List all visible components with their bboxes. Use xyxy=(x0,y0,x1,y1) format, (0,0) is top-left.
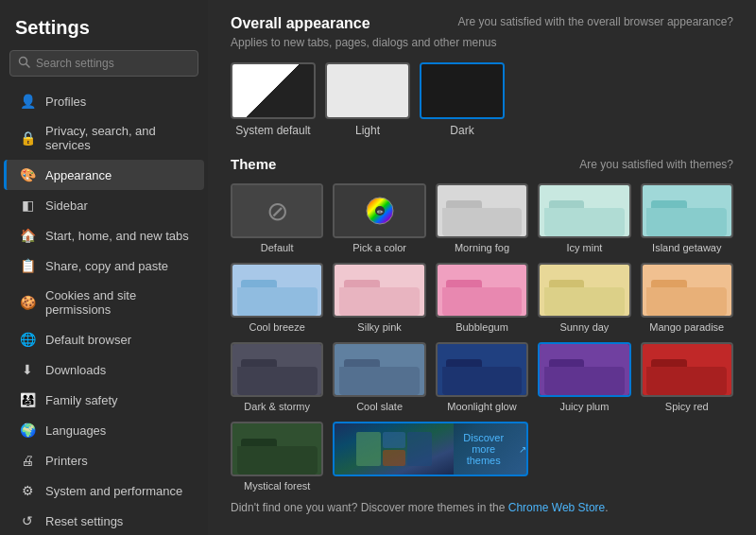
theme-moonlight-glow-label: Moonlight glow xyxy=(447,401,516,412)
system-default-label: System default xyxy=(235,124,310,137)
sidebar-item-family-safety[interactable]: 👨‍👩‍👧 Family safety xyxy=(4,385,204,415)
sidebar-label-share-copy: Share, copy and paste xyxy=(45,259,168,273)
theme-pick-color-preview: ✏ xyxy=(333,183,425,238)
theme-cool-slate[interactable]: Cool slate xyxy=(333,342,425,412)
blocked-icon: ⊘ xyxy=(232,185,321,236)
theme-feedback[interactable]: Are you satisfied with themes? xyxy=(579,158,733,171)
theme-icy-mint-label: Icy mint xyxy=(566,242,602,253)
chrome-web-store-link[interactable]: Chrome Web Store xyxy=(508,501,606,514)
theme-mango-paradise[interactable]: Mango paradise xyxy=(641,263,733,333)
sidebar-label-default-browser: Default browser xyxy=(45,333,131,347)
appearance-system-default[interactable]: System default xyxy=(231,62,316,137)
theme-dark-stormy-preview xyxy=(231,342,323,397)
discover-more-themes[interactable]: Discover more themes ↗ · xyxy=(333,422,528,492)
sidebar-label-cookies: Cookies and site permissions xyxy=(45,288,189,317)
theme-bubblegum-graphic xyxy=(438,265,526,316)
theme-silky-pink-graphic xyxy=(335,265,423,316)
sidebar-item-printers[interactable]: 🖨 Printers xyxy=(4,445,204,475)
sidebar-item-profiles[interactable]: 👤 Profiles xyxy=(4,86,204,116)
sidebar-label-printers: Printers xyxy=(45,454,88,468)
sidebar-item-start-home[interactable]: 🏠 Start, home, and new tabs xyxy=(4,220,204,250)
svg-rect-6 xyxy=(383,432,405,448)
system-icon: ⚙ xyxy=(19,483,36,498)
sidebar-item-reset-settings[interactable]: ↺ Reset settings xyxy=(4,506,204,535)
sidebar-item-cookies[interactable]: 🍪 Cookies and site permissions xyxy=(4,281,204,324)
theme-cool-slate-graphic xyxy=(335,344,423,395)
theme-bubblegum[interactable]: Bubblegum xyxy=(436,263,528,333)
sidebar-item-default-browser[interactable]: 🌐 Default browser xyxy=(4,324,204,354)
svg-line-1 xyxy=(26,64,30,68)
bottom-hint: Didn't find one you want? Discover more … xyxy=(231,501,733,514)
svg-rect-7 xyxy=(383,450,405,466)
appearance-light[interactable]: Light xyxy=(325,62,410,137)
theme-moonlight-glow[interactable]: Moonlight glow xyxy=(436,342,528,412)
theme-default-label: Default xyxy=(261,242,294,253)
pick-color-graphic: ✏ xyxy=(335,185,423,236)
theme-spicy-red[interactable]: Spicy red xyxy=(641,342,733,412)
theme-sunny-day-label: Sunny day xyxy=(559,321,609,333)
svg-rect-8 xyxy=(407,432,432,466)
sidebar-label-system-performance: System and performance xyxy=(45,484,182,498)
dark-preview xyxy=(420,62,505,119)
system-default-preview xyxy=(231,62,316,119)
sidebar-item-sidebar[interactable]: ◧ Sidebar xyxy=(4,190,204,220)
theme-island-getaway-graphic xyxy=(643,185,731,236)
reset-icon: ↺ xyxy=(19,513,36,528)
theme-sunny-day-preview xyxy=(538,263,630,318)
sidebar-item-share-copy[interactable]: 📋 Share, copy and paste xyxy=(4,250,204,281)
theme-icy-mint-graphic xyxy=(540,185,628,236)
theme-morning-fog-graphic xyxy=(438,185,526,236)
theme-cool-slate-label: Cool slate xyxy=(356,401,403,412)
theme-mystical-forest[interactable]: Mystical forest xyxy=(231,422,323,492)
sidebar-label-start-home: Start, home, and new tabs xyxy=(45,229,189,243)
theme-default[interactable]: ⊘ Default xyxy=(231,183,323,253)
share-icon: 📋 xyxy=(19,258,36,273)
svg-rect-5 xyxy=(356,432,381,466)
overall-appearance-title: Overall appearance xyxy=(231,15,370,32)
theme-mango-paradise-graphic xyxy=(643,265,731,316)
sidebar-item-appearance[interactable]: 🎨 Appearance xyxy=(4,160,204,190)
sidebar-label-downloads: Downloads xyxy=(45,363,106,377)
theme-silky-pink-label: Silky pink xyxy=(357,321,401,333)
appearance-options: System default Light Dark xyxy=(231,62,733,137)
theme-mango-paradise-label: Mango paradise xyxy=(649,321,724,333)
sidebar-item-privacy[interactable]: 🔒 Privacy, search, and services xyxy=(4,116,204,160)
discover-external-icon: ↗ xyxy=(519,444,526,455)
languages-icon: 🌍 xyxy=(19,423,36,438)
theme-moonlight-glow-graphic xyxy=(438,344,526,395)
sidebar-item-system-performance[interactable]: ⚙ System and performance xyxy=(4,475,204,506)
theme-dark-stormy[interactable]: Dark & stormy xyxy=(231,342,323,412)
theme-juicy-plum[interactable]: Juicy plum xyxy=(538,342,630,412)
theme-cool-breeze-label: Cool breeze xyxy=(249,321,305,333)
theme-sunny-day[interactable]: Sunny day xyxy=(538,263,630,333)
system-default-graphic xyxy=(232,64,314,117)
theme-island-getaway-label: Island getaway xyxy=(652,242,721,253)
search-box[interactable] xyxy=(9,50,198,77)
theme-icy-mint[interactable]: Icy mint xyxy=(538,183,630,253)
sidebar-icon: ◧ xyxy=(19,198,36,213)
theme-dark-stormy-graphic xyxy=(232,344,321,395)
theme-morning-fog[interactable]: Morning fog xyxy=(436,183,528,253)
theme-moonlight-glow-preview xyxy=(436,342,528,397)
sidebar-item-downloads[interactable]: ⬇ Downloads xyxy=(4,354,204,385)
discover-tile[interactable]: Discover more themes ↗ xyxy=(333,422,528,476)
bottom-hint-suffix: . xyxy=(605,501,608,514)
theme-juicy-plum-graphic xyxy=(540,344,628,395)
search-input[interactable] xyxy=(36,57,190,70)
appearance-icon: 🎨 xyxy=(19,167,36,182)
theme-mango-paradise-preview xyxy=(641,263,733,318)
theme-island-getaway-preview xyxy=(641,183,733,238)
dark-label: Dark xyxy=(450,124,473,137)
appearance-dark[interactable]: Dark xyxy=(420,62,505,137)
theme-silky-pink[interactable]: Silky pink xyxy=(333,263,425,333)
theme-spicy-red-label: Spicy red xyxy=(665,401,709,412)
theme-cool-breeze-preview xyxy=(231,263,323,318)
search-icon xyxy=(18,56,30,71)
theme-island-getaway[interactable]: Island getaway xyxy=(641,183,733,253)
overall-appearance-feedback[interactable]: Are you satisfied with the overall brows… xyxy=(458,15,734,28)
theme-pick-color[interactable]: ✏ Pick a color xyxy=(333,183,425,253)
privacy-icon: 🔒 xyxy=(19,130,36,146)
theme-cool-breeze[interactable]: Cool breeze xyxy=(231,263,323,333)
themes-grid-row4: Mystical forest Discover more themes ↗ xyxy=(231,422,733,492)
sidebar-item-languages[interactable]: 🌍 Languages xyxy=(4,415,204,445)
